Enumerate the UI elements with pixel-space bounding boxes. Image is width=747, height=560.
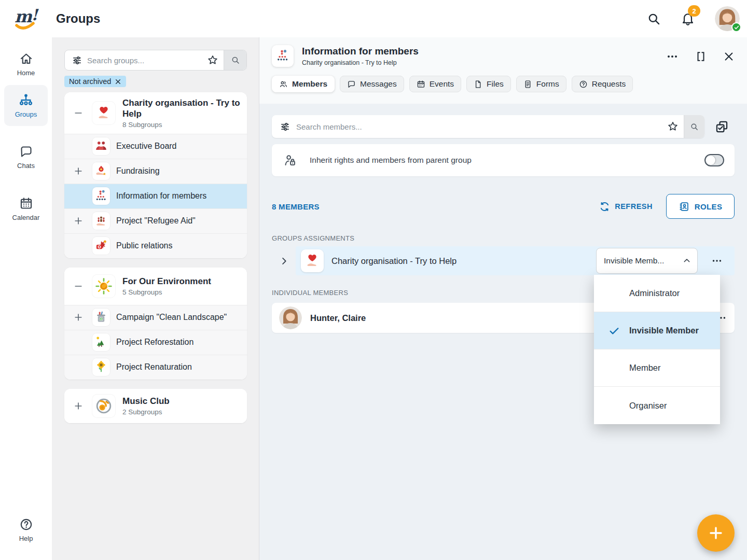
expand-button[interactable] (64, 401, 92, 411)
role-option-member[interactable]: Member (594, 349, 720, 387)
filter-icon[interactable] (272, 122, 296, 132)
groups-search-submit-button[interactable] (224, 50, 246, 70)
tab-label: Members (292, 79, 327, 89)
member-avatar (279, 306, 302, 329)
subgroup-label: Project "Refugee Aid" (116, 216, 196, 226)
refresh-button[interactable]: REFRESH (599, 201, 653, 212)
more-options-button[interactable] (666, 50, 679, 63)
tab-forms[interactable]: Forms (516, 76, 566, 92)
subgroup-row[interactable]: Campaign "Clean Landscape" (64, 305, 247, 330)
user-avatar[interactable] (715, 6, 740, 31)
subgroup-row[interactable]: Project Reforestation (64, 330, 247, 355)
role-option-invisible-member[interactable]: Invisible Member (594, 312, 720, 349)
roles-button[interactable]: ROLES (666, 194, 735, 219)
assignment-more-button[interactable] (706, 255, 728, 267)
sidebar-item-chats[interactable]: Chats (4, 141, 48, 174)
tab-requests[interactable]: Requests (572, 76, 633, 92)
role-option-label: Member (629, 363, 661, 373)
inherit-rights-toggle[interactable] (704, 154, 724, 166)
minus-icon (73, 281, 84, 291)
sidebar-item-label: Help (19, 535, 33, 542)
group-subtitle: 2 Subgroups (122, 408, 170, 416)
detail-subtitle: Charity organisation - Try to Help (302, 59, 419, 66)
svg-text:!: ! (31, 6, 39, 24)
check-icon (607, 325, 621, 337)
expand-button[interactable] (64, 216, 92, 226)
filter-chip-not-archived[interactable]: Not archived (64, 76, 126, 87)
group-title: Charity organisation - Try to Help (122, 98, 240, 119)
multi-select-button[interactable] (715, 120, 729, 134)
group-row[interactable]: For Our Environment 5 Subgroups (64, 268, 247, 305)
favorite-filter-button[interactable] (662, 121, 684, 132)
ellipsis-icon (711, 255, 723, 267)
favorite-filter-button[interactable] (202, 54, 224, 66)
close-panel-button[interactable] (723, 51, 735, 62)
app-logo[interactable]: m ! (0, 6, 52, 32)
tab-label: Messages (360, 79, 397, 89)
roles-label: ROLES (695, 202, 723, 211)
group-icon-renaturation (92, 358, 110, 376)
tab-events[interactable]: Events (409, 76, 461, 92)
help-icon (19, 517, 33, 531)
group-row[interactable]: Charity organisation - Try to Help 8 Sub… (64, 92, 247, 134)
star-icon (207, 54, 218, 66)
group-icon-reforestation (92, 333, 110, 351)
sidebar-item-help[interactable]: Help (4, 513, 48, 547)
group-icon-fundraising (92, 162, 110, 180)
roles-badge-icon (679, 201, 689, 212)
search-icon (690, 122, 699, 131)
sidebar-item-home[interactable]: Home (4, 48, 48, 81)
expand-button[interactable] (64, 166, 92, 176)
subgroup-row[interactable]: Public relations (64, 233, 247, 258)
subgroup-label: Campaign "Clean Landscape" (116, 313, 227, 322)
subgroup-label: Fundraising (116, 166, 160, 176)
role-option-organiser[interactable]: Organiser (594, 387, 720, 424)
role-option-label: Invisible Member (629, 326, 699, 335)
add-button[interactable] (697, 514, 735, 552)
members-search-bar (272, 115, 704, 138)
group-icon-environment (92, 275, 115, 298)
groups-search-input[interactable] (87, 56, 202, 65)
ellipsis-icon (666, 50, 679, 63)
online-status-badge (731, 22, 741, 32)
subgroup-row-selected[interactable]: Information for members (64, 184, 247, 208)
group-icon-public-relations (92, 237, 110, 255)
sidebar-item-calendar[interactable]: Calendar (4, 192, 48, 226)
calendar-icon (19, 197, 33, 211)
collapse-button[interactable] (64, 281, 92, 291)
logo-icon: m ! (12, 6, 39, 32)
group-row[interactable]: Music Club 2 Subgroups (64, 389, 247, 423)
group-icon-clean-landscape (92, 309, 110, 326)
expand-button[interactable] (64, 312, 92, 323)
members-search-input[interactable] (296, 122, 662, 131)
filter-icon[interactable] (65, 55, 87, 65)
top-bar: m ! Groups 2 (0, 0, 747, 37)
subgroup-row[interactable]: Project "Refugee Aid" (64, 208, 247, 233)
left-navigation: Home Groups Chats Calendar Help (0, 37, 52, 560)
inherit-rights-row: Inherit rights and members from parent g… (272, 144, 735, 176)
chip-remove-icon[interactable] (115, 78, 121, 85)
sidebar-item-groups[interactable]: Groups (4, 85, 48, 126)
assignment-group-row[interactable]: Charity organisation - Try to Help Invis… (296, 246, 735, 275)
groups-assignments-label: GROUPS ASSIGNMENTS (272, 234, 735, 242)
group-detail-header: Information for members Charity organisa… (259, 37, 747, 104)
tab-members[interactable]: Members (272, 76, 335, 92)
members-search-submit-button[interactable] (684, 115, 704, 138)
global-search-button[interactable] (647, 12, 661, 26)
subgroup-row[interactable]: Executive Board (64, 134, 247, 159)
inherit-rights-label: Inherit rights and members from parent g… (310, 156, 692, 165)
role-select[interactable]: Invisible Memb... (596, 248, 698, 274)
subgroup-row[interactable]: Project Renaturation (64, 355, 247, 380)
detail-title: Information for members (302, 46, 419, 57)
subgroup-label: Project Renaturation (116, 362, 192, 372)
expand-assignment-button[interactable] (272, 256, 296, 266)
tab-files[interactable]: Files (466, 76, 511, 92)
collapse-button[interactable] (64, 108, 92, 118)
role-option-administrator[interactable]: Administrator (594, 275, 720, 312)
tab-messages[interactable]: Messages (340, 76, 404, 92)
group-card-charity: Charity organisation - Try to Help 8 Sub… (64, 92, 247, 258)
fullscreen-icon (695, 51, 707, 62)
expand-panel-button[interactable] (695, 51, 707, 62)
subgroup-label: Public relations (116, 241, 173, 250)
subgroup-row[interactable]: Fundraising (64, 159, 247, 184)
